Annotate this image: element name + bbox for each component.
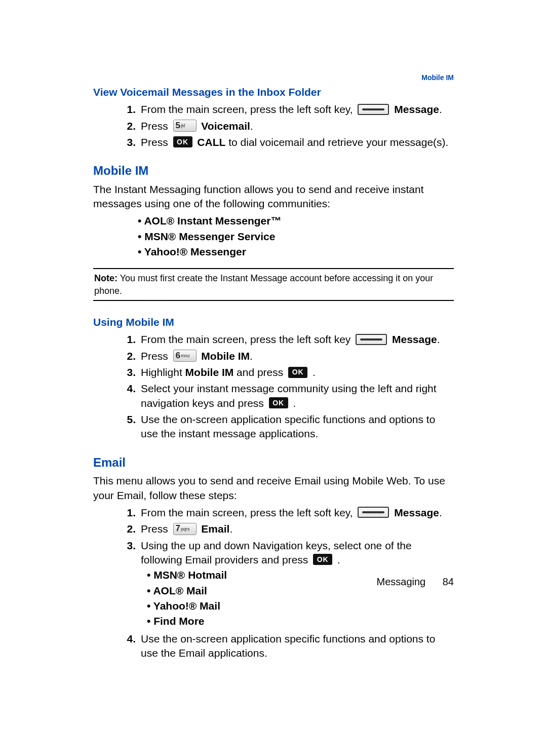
ok-key-icon: OK — [173, 136, 192, 147]
step-number: 1. — [122, 506, 141, 520]
step-number: 3. — [122, 135, 141, 149]
list-item: Find More — [141, 614, 454, 628]
step-text: Highlight Mobile IM and press OK . — [141, 365, 454, 380]
step: 1. From the main screen, press the left … — [93, 102, 454, 117]
step: 2. Press 7pqrs Email. — [93, 522, 454, 536]
im-community-list: AOL® Instant Messenger™ MSN® Messenger S… — [93, 214, 454, 259]
heading-email: Email — [93, 455, 454, 471]
text: Press — [141, 120, 171, 132]
note-box: Note: You must first create the Instant … — [93, 268, 454, 301]
list-item: Yahoo!® Mail — [141, 599, 454, 613]
paragraph: The Instant Messaging function allows yo… — [93, 182, 454, 211]
softkey-icon — [356, 334, 387, 345]
footer-page-number: 84 — [443, 576, 454, 587]
page-footer: Messaging 84 — [376, 575, 454, 589]
text: Press — [141, 523, 171, 535]
list-item: MSN® Messenger Service — [93, 230, 454, 244]
steps-mobile-im: 1. From the main screen, press the left … — [93, 332, 454, 441]
label-mobile-im: Mobile IM — [201, 350, 250, 362]
step: 1. From the main screen, press the left … — [93, 506, 454, 520]
note-label: Note: — [94, 273, 118, 283]
ok-key-icon: OK — [288, 367, 307, 378]
note-text: You must first create the Instant Messag… — [94, 273, 433, 295]
softkey-icon — [358, 507, 389, 518]
label-email: Email — [201, 523, 229, 535]
step-text: Use the on-screen application specific f… — [141, 632, 454, 661]
step-text: Select your instant message community us… — [141, 382, 454, 410]
label-message: Message — [394, 507, 439, 518]
step-number: 2. — [122, 522, 141, 536]
footer-section: Messaging — [376, 576, 425, 587]
manual-page: Mobile IM View Voicemail Messages in the… — [0, 0, 547, 756]
step: 2. Press 5jkl Voicemail. — [93, 119, 454, 133]
steps-voicemail: 1. From the main screen, press the left … — [93, 102, 454, 149]
list-item: AOL® Instant Messenger™ — [93, 214, 454, 228]
step-number: 5. — [122, 412, 141, 441]
step-number: 4. — [122, 632, 141, 661]
step-number: 3. — [122, 539, 141, 630]
step-number: 1. — [122, 102, 141, 117]
text: Using the up and down Navigation keys, s… — [141, 540, 412, 565]
step: 3. Highlight Mobile IM and press OK . — [93, 365, 454, 380]
key-5-icon: 5jkl — [173, 120, 197, 132]
step-number: 1. — [122, 332, 141, 347]
label-message: Message — [392, 333, 437, 345]
step-text: Use the on-screen application specific f… — [141, 412, 454, 441]
step: 4. Use the on-screen application specifi… — [93, 632, 454, 661]
text: and press — [233, 366, 286, 378]
key-6-icon: 6mno — [173, 350, 197, 362]
step: 5. Use the on-screen application specifi… — [93, 412, 454, 441]
step-text: Press 5jkl Voicemail. — [141, 119, 454, 133]
step-number: 2. — [122, 119, 141, 133]
list-item: Yahoo!® Messenger — [93, 245, 454, 259]
step: 3. Press OK CALL to dial voicemail and r… — [93, 135, 454, 149]
step-number: 3. — [122, 365, 141, 380]
label-mobile-im: Mobile IM — [185, 366, 234, 378]
softkey-icon — [358, 104, 389, 115]
text: Press — [141, 136, 171, 148]
text: Press — [141, 350, 171, 362]
header-section-link: Mobile IM — [421, 73, 454, 83]
label-message: Message — [394, 103, 439, 115]
text: From the main screen, press the left sof… — [141, 507, 356, 518]
ok-key-icon: OK — [269, 397, 288, 408]
step-number: 2. — [122, 349, 141, 363]
ok-key-icon: OK — [313, 554, 332, 565]
step-text: From the main screen, press the left sof… — [141, 102, 454, 117]
step-number: 4. — [122, 382, 141, 410]
text: Highlight — [141, 366, 185, 378]
step-text: From the main screen, press the left sof… — [141, 332, 454, 347]
step-text: From the main screen, press the left sof… — [141, 506, 454, 520]
heading-view-voicemail: View Voicemail Messages in the Inbox Fol… — [93, 85, 454, 99]
label-voicemail: Voicemail — [201, 120, 250, 132]
step: 2. Press 6mno Mobile IM. — [93, 349, 454, 363]
key-7-icon: 7pqrs — [173, 523, 197, 535]
step-text: Press OK CALL to dial voicemail and retr… — [141, 135, 454, 149]
text: From the main screen, press the left sof… — [141, 103, 356, 115]
step-text: Press 6mno Mobile IM. — [141, 349, 454, 363]
step-text: Press 7pqrs Email. — [141, 522, 454, 536]
step: 1. From the main screen, press the left … — [93, 332, 454, 347]
step: 4. Select your instant message community… — [93, 382, 454, 410]
text: From the main screen, press the left sof… — [141, 333, 354, 345]
heading-mobile-im: Mobile IM — [93, 163, 454, 179]
text: to dial voicemail and retrieve your mess… — [225, 136, 448, 148]
heading-using-mobile-im: Using Mobile IM — [93, 315, 454, 329]
text: Select your instant message community us… — [141, 383, 437, 408]
paragraph: This menu allows you to send and receive… — [93, 474, 454, 503]
label-call: CALL — [197, 136, 225, 148]
